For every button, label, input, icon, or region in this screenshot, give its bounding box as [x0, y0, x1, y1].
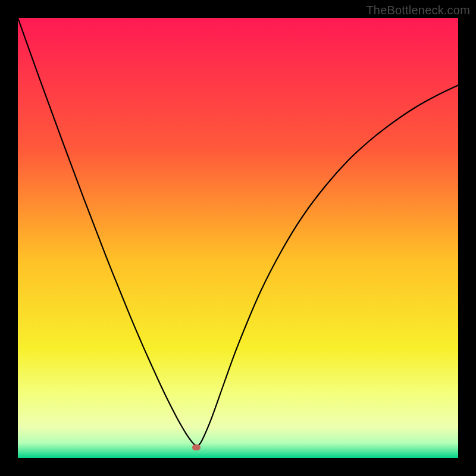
gradient-background	[18, 18, 458, 458]
chart-frame: TheBottleneck.com	[0, 0, 476, 476]
plot-area	[18, 18, 458, 458]
watermark-text: TheBottleneck.com	[366, 4, 470, 17]
chart-svg	[18, 18, 458, 458]
bottleneck-marker	[192, 444, 201, 450]
